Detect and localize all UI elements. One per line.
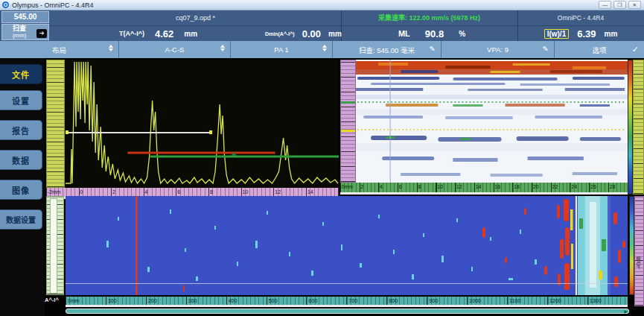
cscan-group-label: A^-I^ [45,297,64,306]
vpa-edit[interactable]: VPA: 9 ✎ [441,41,555,58]
sidebar-tab-settings[interactable]: 设置 [0,90,42,110]
axis-tick-label: 6 [177,189,180,195]
layout-name-dropdown[interactable]: A-C-S [119,41,231,58]
axis-tick-label: 20 [533,184,539,189]
axis-tick-label: 18 [514,184,520,189]
axis-tick-label: 700 [349,298,358,303]
vpa-label: VPA: 9 [487,45,508,54]
axis-tick-label: 22 [552,184,558,189]
axis-tick-label: 300 [188,298,197,303]
titlebar: O Olympus - OmniPC - 4.4R4 — ❐ ✕ [0,0,644,10]
axis-tick-label: 1300 [590,298,602,303]
axis-tick-label: 800 [389,298,398,303]
open-file-name: cq07_9.opd * [50,10,341,25]
reading-unit: % [459,30,465,38]
reading-label: ML [398,29,410,38]
workspace: 文件 设置 报告 数据 图像 数据设置 -2mm02468101214 [0,58,644,316]
reading-indication: I(w)/1 6.39 mm [519,26,643,41]
edit-pencil-icon: ✎ [430,45,436,53]
reading-label: T(A^-I^) [119,30,144,37]
restore-button[interactable]: ❐ [613,1,626,9]
acquisition-rate: 采集速率: 122.00 mm/s (5978 Hz) [341,10,517,25]
axis-tick-label: 12 [275,189,281,195]
axis-tick-label: 600 [309,298,318,303]
toolbar: 布局 A-C-S PA 1 扫查: 545.00 毫米 ✎ VPA: 9 ✎ 选… [0,41,644,58]
axis-tick-label: 2 [360,184,363,189]
group-label: PA 1 [274,45,288,54]
bscan-amplitude-colorbar [628,60,633,195]
colorbar-db-label: -40dB [636,256,641,269]
cursor-check-icon: ✓ [632,45,639,54]
reading-value: 90.8 [425,28,444,40]
axis-tick-label: 100 [108,298,117,303]
cscan-index-ruler[interactable] [46,196,64,295]
axis-tick-label: 4 [380,184,383,189]
scan-position-box[interactable]: 扫查 (mm) ➔ [1,24,49,40]
gate-a-depth-marker [341,130,355,132]
cscan-horizontal-scrollbar[interactable]: ▶ [66,309,629,314]
sidebar-tab-data[interactable]: 数据 [0,150,42,170]
sidebar-tab-data-settings[interactable]: 数据设置 [0,209,42,230]
cscan-view[interactable] [66,196,628,295]
close-button[interactable]: ✕ [628,1,641,9]
axis-tick-label: 0 [80,189,83,195]
options-button[interactable]: 选项 ✓ [555,41,644,58]
scan-position-label: 扫查: 545.00 毫米 [359,45,415,55]
reading-value: 4.62 [155,28,173,40]
axis-tick-label: 2 [112,189,115,195]
bscan-colorbar-ruler[interactable] [633,60,644,195]
reading-label-highlighted: I(w)/1 [544,29,570,39]
header: 545.00 扫查 (mm) ➔ cq07_9.opd * 采集速率: 122.… [0,10,644,41]
cscan-scan-axis-ruler[interactable]: 0mm1002003004005006007008009001000110012… [66,297,628,307]
axis-tick-label: 14 [476,184,482,189]
axis-tick-label: 8 [418,184,421,189]
scan-position-value: 545.00 [1,11,49,23]
axis-tick-label: 6 [399,184,402,189]
app-logo-icon: O [2,1,9,8]
reading-unit: mm [184,30,197,38]
axis-tick-label: 0mm [68,298,80,303]
cscan-index-slider[interactable] [50,198,57,294]
axis-tick-label: 8 [210,189,213,195]
axis-tick-label: 16 [494,184,500,189]
axis-tick-label: 1100 [509,298,520,303]
minimize-button[interactable]: — [599,1,611,9]
group-dropdown[interactable]: PA 1 [231,41,333,58]
ascan-amplitude-ruler[interactable] [46,60,65,188]
bscan-depth-ruler[interactable] [340,60,356,183]
axis-tick-label: 28 [610,184,616,189]
sidebar-tab-image[interactable]: 图像 [0,180,42,200]
layout-name-label: A-C-S [165,45,185,54]
cscan-depth-colorbar [629,196,634,295]
cscan-colorbar-ruler[interactable]: -40dB [634,196,644,306]
axis-tick-label: 14 [307,189,313,195]
scan-next-arrow-icon[interactable]: ➔ [36,29,47,38]
reading-unit: mm [605,30,618,38]
layout-dropdown[interactable]: 布局 [0,41,119,58]
dropdown-icon [220,45,225,51]
reading-ml: ML 90.8 % [372,26,491,41]
scan-position-edit[interactable]: 扫查: 545.00 毫米 ✎ [333,41,441,58]
omnipc-window: O Olympus - OmniPC - 4.4R4 — ❐ ✕ 545.00 … [0,0,644,316]
sidebar-tab-report[interactable]: 报告 [0,120,42,140]
reading-dmin: Dmin(A^-I^) 0.00 mm [265,26,357,41]
reading-thickness: T(A^-I^) 4.62 mm [119,26,253,41]
bscan-view[interactable] [356,60,628,183]
axis-tick-label: 10 [243,189,249,195]
layout-dropdown-label: 布局 [52,45,66,55]
axis-tick-label: 900 [429,298,438,303]
axis-tick-label: 12 [456,184,462,189]
axis-tick-label: 0mm [342,184,354,189]
scrollbar-arrow-icon[interactable]: ▶ [624,309,628,314]
axis-tick-label: 4 [145,189,148,195]
ascan-view[interactable] [66,60,339,188]
reading-value: 0.00 [302,28,321,40]
axis-tick-label: 1000 [469,298,481,303]
edit-pencil-icon: ✎ [543,45,549,53]
sidebar-tab-file[interactable]: 文件 [0,64,42,84]
axis-tick-label: 500 [269,298,278,303]
window-title: Olympus - OmniPC - 4.4R4 [12,1,94,9]
bscan-index-axis-ruler[interactable]: 0mm246810121416182022242628 [340,183,628,195]
dropdown-icon [109,45,113,51]
sidebar: 文件 设置 报告 数据 图像 数据设置 [0,58,45,316]
